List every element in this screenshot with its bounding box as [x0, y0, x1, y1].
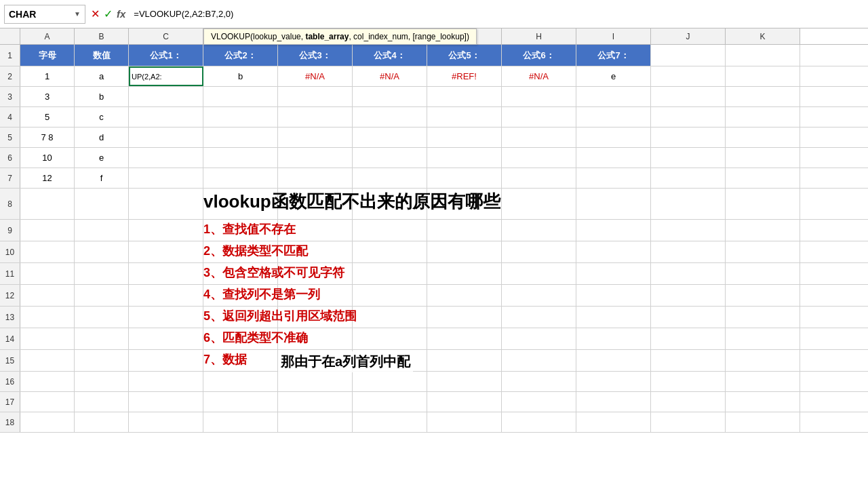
cell-h2[interactable]: #N/A [502, 66, 576, 86]
cell-c4[interactable] [129, 107, 203, 127]
cell-j16[interactable] [651, 372, 726, 391]
cell-k10[interactable] [726, 241, 800, 262]
cell-h9[interactable] [502, 220, 576, 241]
cell-a3[interactable]: 3 [20, 87, 75, 106]
cell-h12[interactable] [502, 285, 576, 306]
cell-c11[interactable]: 3、包含空格或不可见字符 [129, 263, 203, 284]
cell-b5[interactable]: d [75, 127, 129, 147]
cell-d16[interactable] [203, 372, 278, 391]
cell-f18[interactable] [353, 412, 427, 432]
cell-h11[interactable] [502, 263, 576, 284]
cell-c7[interactable] [129, 168, 203, 188]
cell-c1[interactable]: 公式1： [129, 45, 203, 66]
cell-c9[interactable]: 1、查找值不存在 [129, 220, 203, 241]
cell-k9[interactable] [726, 220, 800, 241]
cell-i11[interactable] [576, 263, 651, 284]
cell-k18[interactable] [726, 412, 800, 432]
cell-i12[interactable] [576, 285, 651, 306]
cell-g7[interactable] [427, 168, 502, 188]
cell-a9[interactable] [20, 220, 75, 241]
cell-k4[interactable] [726, 107, 800, 127]
cell-k12[interactable] [726, 285, 800, 306]
cell-b14[interactable] [75, 328, 129, 349]
cell-a7[interactable]: 12 [20, 168, 75, 188]
cell-b17[interactable] [75, 392, 129, 412]
cell-g11[interactable] [427, 263, 502, 284]
cell-f7[interactable] [353, 168, 427, 188]
cell-f5[interactable] [353, 127, 427, 147]
cell-g1[interactable]: 公式5： [427, 45, 502, 66]
cell-j7[interactable] [651, 168, 726, 188]
cell-a15[interactable] [20, 350, 75, 371]
cell-c17[interactable] [129, 392, 203, 412]
cell-j15[interactable] [651, 350, 726, 371]
insert-function-icon[interactable]: fx [117, 8, 125, 20]
cell-b11[interactable] [75, 263, 129, 284]
cell-a6[interactable]: 10 [20, 148, 75, 168]
cell-f10[interactable] [353, 241, 427, 262]
cell-c13[interactable]: 5、返回列超出引用区域范围 [129, 307, 203, 328]
cell-h3[interactable] [502, 87, 576, 106]
cell-d5[interactable] [203, 127, 278, 147]
cell-i18[interactable] [576, 412, 651, 432]
cell-g17[interactable] [427, 392, 502, 412]
cell-b9[interactable] [75, 220, 129, 241]
cell-a14[interactable] [20, 328, 75, 349]
cell-c2[interactable]: UP(2,A2: [129, 66, 203, 86]
cell-a12[interactable] [20, 285, 75, 306]
cell-h8[interactable] [502, 189, 576, 219]
cell-j17[interactable] [651, 392, 726, 412]
cell-e18[interactable] [278, 412, 353, 432]
cell-g5[interactable] [427, 127, 502, 147]
col-header-j[interactable]: J [651, 28, 726, 44]
cell-i7[interactable] [576, 168, 651, 188]
cell-k13[interactable] [726, 307, 800, 328]
col-header-i[interactable]: I [576, 28, 651, 44]
cell-d18[interactable] [203, 412, 278, 432]
cell-e5[interactable] [278, 127, 353, 147]
cell-j8[interactable] [651, 189, 726, 219]
cell-e2[interactable]: #N/A [278, 66, 353, 86]
cell-c6[interactable] [129, 148, 203, 168]
cell-j4[interactable] [651, 107, 726, 127]
cell-k2[interactable] [726, 66, 800, 86]
cell-j6[interactable] [651, 148, 726, 168]
cell-g2[interactable]: #REF! [427, 66, 502, 86]
formula-input[interactable] [131, 5, 864, 24]
cell-k11[interactable] [726, 263, 800, 284]
cell-a1[interactable]: 字母 [20, 45, 75, 66]
cell-h7[interactable] [502, 168, 576, 188]
cell-i13[interactable] [576, 307, 651, 328]
cell-g18[interactable] [427, 412, 502, 432]
cell-g6[interactable] [427, 148, 502, 168]
name-box-dropdown-icon[interactable]: ▼ [74, 10, 81, 18]
cell-g3[interactable] [427, 87, 502, 106]
cell-j9[interactable] [651, 220, 726, 241]
cell-e6[interactable] [278, 148, 353, 168]
confirm-formula-icon[interactable]: ✓ [104, 7, 113, 20]
cell-c16[interactable] [129, 372, 203, 391]
cell-d17[interactable] [203, 392, 278, 412]
cell-d7[interactable] [203, 168, 278, 188]
cell-d2[interactable]: b [203, 66, 278, 86]
cell-e17[interactable] [278, 392, 353, 412]
cell-k5[interactable] [726, 127, 800, 147]
cell-g16[interactable] [427, 372, 502, 391]
cell-h13[interactable] [502, 307, 576, 328]
cell-h16[interactable] [502, 372, 576, 391]
cell-i14[interactable] [576, 328, 651, 349]
cell-e16[interactable] [278, 372, 353, 391]
name-box[interactable]: CHAR ▼ [4, 5, 85, 24]
cell-b13[interactable] [75, 307, 129, 328]
cell-i15[interactable] [576, 350, 651, 371]
cell-f1[interactable]: 公式4： [353, 45, 427, 66]
col-header-b[interactable]: B [75, 28, 129, 44]
cell-k17[interactable] [726, 392, 800, 412]
cell-f11[interactable] [353, 263, 427, 284]
cell-h14[interactable] [502, 328, 576, 349]
cell-f9[interactable] [353, 220, 427, 241]
cell-d6[interactable] [203, 148, 278, 168]
cell-i17[interactable] [576, 392, 651, 412]
cell-k3[interactable] [726, 87, 800, 106]
cell-i2[interactable]: e [576, 66, 651, 86]
